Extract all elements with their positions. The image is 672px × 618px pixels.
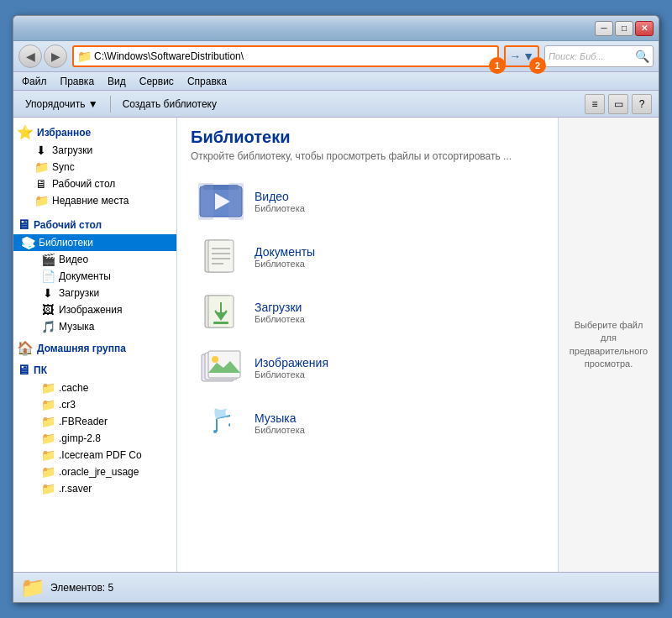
address-area: ◀ ▶ 📁 C:\Windows\SoftwareDistribution\ 1… (13, 41, 659, 72)
library-downloads-icon (197, 293, 244, 332)
sidebar-item-cr3[interactable]: 📁 .cr3 (13, 396, 176, 413)
sync-icon: 📁 (34, 160, 49, 174)
downloads-icon: ⬇ (34, 144, 49, 157)
sidebar-item-dl[interactable]: ⬇ Загрузки (13, 285, 176, 301)
oracle-label: .oracle_jre_usage (59, 466, 139, 478)
sidebar-scroll: ⭐ Избранное ⬇ Загрузки 📁 Sync 🖥 Рабочий … (13, 123, 176, 567)
icecream-label: .Icecream PDF Co (59, 449, 142, 461)
folder-icon: 📁 (77, 50, 91, 63)
nav-arrows-area: → ▼ 2 (504, 45, 539, 67)
video-label: Видео (59, 254, 88, 265)
window-controls: ─ □ ✕ (595, 21, 654, 36)
sidebar-item-fbreader[interactable]: 📁 .FBReader (13, 413, 176, 430)
page-subtitle: Откройте библиотеку, чтобы просмотреть ф… (191, 150, 544, 162)
page-title: Библиотеки (191, 128, 544, 147)
view-options-button[interactable]: ≡ (585, 94, 605, 114)
sidebar-item-desktop[interactable]: 🖥 Рабочий стол (13, 175, 176, 192)
menu-view[interactable]: Вид (106, 76, 128, 87)
sidebar-item-gimp[interactable]: 📁 .gimp-2.8 (13, 430, 176, 447)
svg-rect-6 (208, 240, 234, 272)
desktop-icon: 🖥 (34, 177, 49, 191)
library-item-video[interactable]: Видео Библиотека (191, 175, 544, 228)
sidebar-pc-header[interactable]: 🖥 ПК (13, 361, 176, 380)
forward-button[interactable]: ▶ (44, 45, 67, 68)
library-video-name: Видео (255, 190, 305, 203)
sidebar-item-libraries[interactable]: 📚 Библиотеки (13, 234, 176, 251)
address-input[interactable]: C:\Windows\SoftwareDistribution\ (94, 50, 494, 62)
sidebar-item-recent[interactable]: 📁 Недавние места (13, 192, 176, 209)
downloads-label: Загрузки (52, 144, 92, 156)
sidebar-item-sync[interactable]: 📁 Sync (13, 159, 176, 175)
sidebar-item-icecream[interactable]: 📁 .Icecream PDF Co (13, 447, 176, 464)
sidebar-item-video[interactable]: 🎬 Видео (13, 251, 176, 268)
status-text: Элементов: 5 (50, 582, 113, 594)
library-video-type: Библиотека (255, 203, 305, 213)
sidebar-favorites-header[interactable]: ⭐ Избранное (13, 123, 176, 142)
sidebar-item-music[interactable]: 🎵 Музыка (13, 318, 176, 335)
gimp-label: .gimp-2.8 (59, 432, 101, 444)
library-images-info: Изображения Библиотека (255, 356, 328, 380)
sidebar-item-downloads[interactable]: ⬇ Загрузки (13, 142, 176, 159)
new-library-button[interactable]: Создать библиотеку (118, 97, 222, 112)
toolbar: Упорядочить ▼ Создать библиотеку ≡ ▭ ? (13, 91, 659, 118)
library-downloads-name: Загрузки (255, 301, 305, 314)
menu-bar: Файл Правка Вид Сервис Справка (13, 72, 659, 91)
library-item-downloads[interactable]: Загрузки Библиотека (191, 286, 544, 338)
help-button[interactable]: ? (632, 94, 652, 114)
svg-rect-16 (213, 322, 228, 324)
cache-icon: 📁 (40, 381, 55, 395)
back-button[interactable]: ◀ (18, 45, 42, 68)
desktop-section: 🖥 Рабочий стол (13, 216, 176, 234)
library-video-info: Видео Библиотека (255, 190, 305, 213)
nav-buttons: ◀ ▶ (18, 45, 67, 68)
sidebar-desktop-header[interactable]: 🖥 Рабочий стол (13, 216, 176, 234)
desktop-hdr-icon: 🖥 (17, 217, 30, 233)
cr3-label: .cr3 (59, 399, 76, 411)
library-item-music[interactable]: Музыка Библиотека (191, 397, 544, 449)
close-button[interactable]: ✕ (635, 21, 654, 36)
badge-1: 1 (489, 57, 506, 74)
library-item-images[interactable]: Изображения Библиотека (191, 342, 544, 394)
toolbar-right: ≡ ▭ ? (585, 94, 652, 114)
sidebar-homegroup-header[interactable]: 🏠 Домашняя группа (13, 338, 176, 358)
library-documents-icon (197, 238, 244, 276)
status-bar: 📁 Элементов: 5 (13, 572, 659, 602)
search-icon[interactable]: 🔍 (635, 50, 649, 63)
sidebar-item-documents[interactable]: 📄 Документы (13, 268, 176, 285)
minimize-button[interactable]: ─ (595, 21, 613, 36)
svg-point-20 (212, 356, 218, 363)
library-music-icon (197, 404, 244, 443)
library-item-documents[interactable]: Документы Библиотека (191, 231, 544, 283)
oracle-icon: 📁 (40, 465, 55, 479)
maximize-button[interactable]: □ (615, 21, 633, 36)
search-placeholder[interactable]: Поиск: Биб... (549, 51, 632, 61)
recent-icon: 📁 (34, 194, 49, 207)
pc-label: ПК (34, 364, 47, 376)
desktop-hdr-label: Рабочий стол (34, 219, 102, 231)
go-button[interactable]: → (509, 50, 521, 63)
sidebar-item-images[interactable]: 🖼 Изображения (13, 301, 176, 318)
sidebar-item-oracle[interactable]: 📁 .oracle_jre_usage (13, 464, 176, 480)
preview-text: Выберите файл для предварительного просм… (565, 319, 652, 371)
homegroup-section: 🏠 Домашняя группа (13, 338, 176, 358)
music-icon: 🎵 (40, 320, 55, 333)
menu-tools[interactable]: Сервис (138, 76, 176, 87)
menu-help[interactable]: Справка (186, 76, 228, 87)
fbreader-label: .FBReader (59, 416, 108, 427)
organize-button[interactable]: Упорядочить ▼ (20, 97, 103, 112)
library-downloads-info: Загрузки Библиотека (255, 301, 305, 324)
sync-label: Sync (52, 161, 75, 173)
library-music-name: Музыка (255, 411, 305, 425)
view-toggle-button[interactable]: ▭ (608, 94, 628, 114)
svg-rect-3 (198, 183, 213, 220)
menu-edit[interactable]: Правка (59, 76, 97, 87)
homegroup-label: Домашняя группа (37, 343, 126, 354)
sidebar-item-rsaver[interactable]: 📁 .r.saver (13, 480, 176, 497)
library-documents-type: Библиотека (255, 259, 315, 269)
gimp-icon: 📁 (40, 432, 55, 445)
sidebar-item-cache[interactable]: 📁 .cache (13, 380, 176, 396)
library-images-icon (197, 348, 244, 387)
menu-file[interactable]: Файл (20, 76, 49, 87)
star-icon: ⭐ (17, 124, 34, 140)
icecream-icon: 📁 (40, 448, 55, 462)
